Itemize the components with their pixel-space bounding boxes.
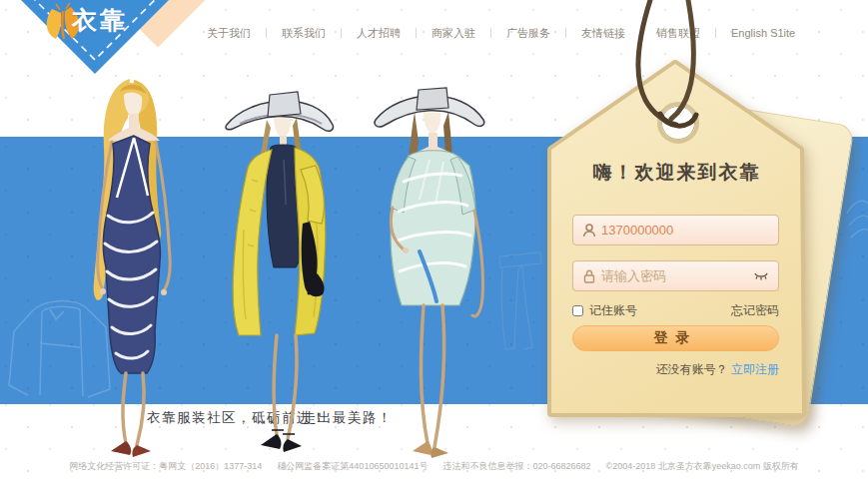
top-navigation: 关于我们 联系我们 人才招聘 商家入驻 广告服务 友情链接 销售联盟 Engli… xyxy=(192,24,810,42)
register-link[interactable]: 立即注册 xyxy=(731,362,779,376)
eye-closed-icon[interactable] xyxy=(753,271,769,282)
login-button[interactable]: 登录 xyxy=(572,325,779,351)
nav-english-site[interactable]: English S1ite xyxy=(716,27,810,39)
brand-logo[interactable]: 衣靠 xyxy=(0,0,210,120)
login-landing-page: 关于我们 联系我们 人才招聘 商家入驻 广告服务 友情链接 销售联盟 Engli… xyxy=(0,0,868,486)
nav-contact[interactable]: 联系我们 xyxy=(267,26,341,41)
footer-copyright: ©2004-2018 北京圣方衣靠yeekao.com 版权所有 xyxy=(606,460,799,473)
forgot-password-link[interactable]: 忘记密码 xyxy=(731,302,779,319)
login-panel: 嗨！欢迎来到衣靠 xyxy=(534,50,864,431)
remember-label: 记住账号 xyxy=(589,302,637,319)
password-field xyxy=(572,260,779,291)
account-input[interactable] xyxy=(601,216,751,244)
hero-tagline-2: 走出最美路！ xyxy=(303,409,393,427)
footer: 网络文化经营许可证：粤网文（2016）1377-314 穗公网监备案证第4401… xyxy=(0,460,868,473)
remember-checkbox[interactable] xyxy=(572,305,583,316)
remember-account[interactable]: 记住账号 xyxy=(572,302,637,319)
lock-icon xyxy=(581,268,597,284)
nav-affiliate[interactable]: 销售联盟 xyxy=(641,26,715,41)
footer-filing: 穗公网监备案证第44010650010141号 xyxy=(277,460,428,473)
nav-careers[interactable]: 人才招聘 xyxy=(342,26,416,41)
logo-brand-text: 衣靠 xyxy=(72,4,128,37)
password-input[interactable] xyxy=(601,261,751,290)
footer-license: 网络文化经营许可证：粤网文（2016）1377-314 xyxy=(69,460,262,473)
nav-links[interactable]: 友情链接 xyxy=(566,26,640,41)
login-title: 嗨！欢迎来到衣靠 xyxy=(551,160,802,186)
no-account-text: 还没有账号？ xyxy=(656,362,728,376)
remember-forgot-row: 记住账号 忘记密码 xyxy=(572,302,779,319)
hero-tagline-1: 衣靠服装社区，砥砺前进！ xyxy=(147,409,327,427)
nav-merchant[interactable]: 商家入驻 xyxy=(417,26,490,41)
account-field xyxy=(572,215,779,245)
register-row: 还没有账号？ 立即注册 xyxy=(656,361,779,378)
login-form: 嗨！欢迎来到衣靠 xyxy=(534,50,864,431)
footer-report: 违法和不良信息举报：020-66826682 xyxy=(442,460,590,473)
person-icon xyxy=(581,223,597,239)
nav-ads[interactable]: 广告服务 xyxy=(491,26,565,41)
